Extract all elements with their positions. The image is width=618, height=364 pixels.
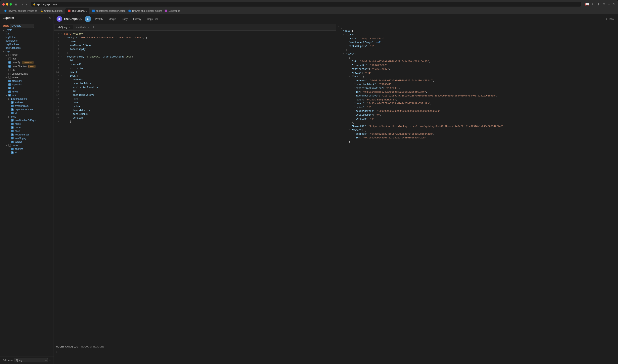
checkbox-block[interactable]	[8, 54, 11, 56]
checkbox-createdAt[interactable]: ✓	[8, 80, 11, 82]
copy-link-btn[interactable]: Copy Link	[145, 17, 160, 21]
checkbox-owner[interactable]: ✓	[11, 126, 14, 129]
downloads-btn[interactable]: ⬇	[596, 2, 601, 7]
sidebar-item-address2[interactable]: ✓ address	[0, 147, 54, 151]
editor-tab-myquery[interactable]: MyQuery ×	[55, 25, 73, 29]
refresh-btn[interactable]: ↻	[591, 2, 595, 7]
browser-tab-2[interactable]: 🔓 Unlock Subgraph	[38, 8, 65, 14]
checkbox-maxNumberOfKeys[interactable]: ✓	[11, 119, 14, 121]
sidebar-item-expiration[interactable]: ✓ expiration	[0, 83, 54, 86]
sidebar-item-keyPurchases[interactable]: keyPurchases	[0, 46, 54, 50]
code-editor[interactable]: 1 ▾ query MyQuery { 2 ▾ lock(id: "0x6d53…	[54, 31, 336, 344]
checkbox-expiration[interactable]: ✓	[8, 83, 11, 86]
sidebar-item-tokenAddress[interactable]: ✓ tokenAddress	[0, 133, 54, 136]
checkbox-keyId[interactable]: ✓	[8, 91, 11, 93]
sidebar-item-keyHolder[interactable]: keyHolder	[0, 35, 54, 39]
sidebar-item-orderBy[interactable]: ✓ orderBy: createdAt	[0, 61, 54, 65]
sidebar-item-keys2[interactable]: ▶ keys	[0, 115, 54, 118]
merge-btn[interactable]: Merge	[107, 17, 118, 21]
sidebar-item-keyHolders[interactable]: keyHolders	[0, 39, 54, 43]
sidebar-item-where[interactable]: ▶ where:	[0, 76, 54, 79]
sidebar-item-keys[interactable]: ▼ keys	[0, 50, 54, 53]
share-btn[interactable]: ⬆	[602, 2, 606, 7]
sidebar-item-name[interactable]: ✓ name	[0, 122, 54, 126]
browser-tab-5[interactable]: 🔵 Browse and explorer subgraphs	[126, 8, 162, 14]
checkbox-totalSupply[interactable]: ✓	[11, 137, 14, 139]
sidebar-item-skip[interactable]: skip:	[0, 68, 54, 72]
sidebar-item-expirationDuration[interactable]: ✓ expirationDuration	[0, 108, 54, 111]
add-tab-btn[interactable]: +	[92, 25, 95, 29]
copy-btn[interactable]: Copy	[120, 17, 129, 21]
sidebar-item-version[interactable]: ✓ version	[0, 140, 54, 143]
history-btn[interactable]: History	[132, 17, 143, 21]
forward-btn[interactable]: ›	[25, 2, 27, 7]
sidebar-item-keyPurchase[interactable]: keyPurchase	[0, 43, 54, 46]
checkbox-price[interactable]: ✓	[11, 130, 14, 132]
sidebar-toggle-btn[interactable]: ⊞	[14, 2, 18, 6]
tabs-btn[interactable]: ⧉	[612, 2, 616, 7]
request-headers-tab[interactable]: REQUEST HEADERS	[81, 346, 105, 349]
checkbox-id2[interactable]: ✓	[11, 112, 14, 114]
fullscreen-traffic-light[interactable]	[10, 3, 12, 6]
new-tab-btn[interactable]: +	[607, 2, 611, 7]
checkbox-creationBlock[interactable]: ✓	[11, 105, 14, 107]
back-btn[interactable]: ‹	[22, 2, 24, 7]
sidebar-item-owner[interactable]: ✓ owner	[0, 126, 54, 129]
checkbox-tokenAddress[interactable]: ✓	[11, 133, 14, 136]
checkbox-owner-group[interactable]	[8, 144, 11, 147]
browser-tab-3[interactable]: 🟥 The GraphiQL	[65, 8, 89, 14]
sidebar-item-id2[interactable]: ✓ id	[0, 111, 54, 115]
tab-close-untitled[interactable]: ×	[88, 26, 89, 28]
sidebar-item-createdAt[interactable]: ✓ createdAt	[0, 79, 54, 83]
sidebar-item-id[interactable]: ✓ id	[0, 86, 54, 90]
sidebar-item-key[interactable]: key	[0, 32, 54, 35]
sidebar-item-block[interactable]: ▶ block:	[0, 53, 54, 57]
checkbox-expirationDuration[interactable]: ✓	[11, 108, 14, 111]
checkbox-id[interactable]: ✓	[8, 87, 11, 89]
sidebar-item-price[interactable]: ✓ price	[0, 129, 54, 133]
sidebar-item-maxNumberOfKeys[interactable]: ✓ maxNumberOfKeys	[0, 118, 54, 122]
browser-tab-6[interactable]: 🟪 Subgraphs	[162, 8, 182, 14]
sidebar-item-first[interactable]: first:	[0, 57, 54, 61]
orderDirection-param-badge[interactable]: desc	[28, 65, 35, 68]
sidebar-item-totalSupply[interactable]: ✓ totalSupply	[0, 136, 54, 140]
checkbox-orderBy[interactable]: ✓	[8, 61, 11, 64]
sidebar-item-id3[interactable]: ✓ id	[0, 151, 54, 154]
checkbox-address2[interactable]: ✓	[11, 148, 14, 150]
minimize-traffic-light[interactable]	[6, 3, 8, 6]
browser-tab-1[interactable]: 🔷 How you can use Python to Que...	[1, 8, 37, 14]
prettify-btn[interactable]: Prettify	[93, 17, 105, 21]
run-query-btn[interactable]: ▶	[85, 16, 91, 22]
sidebar-close-btn[interactable]: ×	[49, 16, 51, 20]
sidebar-item-address[interactable]: ✓ address	[0, 101, 54, 104]
sidebar-item-orderDirection[interactable]: ✓ orderDirection: desc	[0, 65, 54, 68]
docs-btn[interactable]: < Docs	[604, 17, 615, 21]
sidebar-item-keyId[interactable]: ✓ keyId	[0, 90, 54, 93]
sidebar-item-subgraphError[interactable]: subgraphError:	[0, 72, 54, 76]
checkbox-first[interactable]	[8, 57, 11, 60]
tab-close-myquery[interactable]: ×	[69, 26, 70, 28]
editor-tab-untitled[interactable]: <untitled> ×	[73, 25, 91, 29]
browser-tab-4[interactable]: 🟦 subgrounds.subgraph.fieldpath...	[90, 8, 125, 14]
checkbox-skip[interactable]	[8, 69, 11, 71]
sidebar-item-creationBlock[interactable]: ✓ creationBlock	[0, 104, 54, 108]
checkbox-version[interactable]: ✓	[11, 141, 14, 143]
query-variables-tab[interactable]: QUERY VARIABLES	[56, 346, 78, 349]
sidebar-item-meta[interactable]: ▶ _meta	[0, 28, 54, 32]
checkbox-subgraphError[interactable]	[8, 73, 11, 75]
close-traffic-light[interactable]	[2, 3, 5, 6]
sidebar-item-owner-group[interactable]: ▼ owner	[0, 143, 54, 147]
address-bar[interactable]: 🔒 api.thegraph.com	[31, 2, 581, 7]
query-type-select[interactable]: Query Mutation Subscription	[14, 358, 48, 363]
query-name-input[interactable]	[10, 24, 34, 28]
sidebar-item-LockManagers[interactable]: ▶ LockManagers	[0, 97, 54, 101]
checkbox-where[interactable]	[8, 76, 11, 78]
checkbox-id3[interactable]: ✓	[11, 151, 14, 154]
checkbox-orderDirection[interactable]: ✓	[8, 65, 11, 68]
reader-mode-btn[interactable]: 📖	[584, 2, 590, 7]
checkbox-lock[interactable]: ✓	[8, 94, 11, 96]
add-query-btn[interactable]: +	[49, 358, 51, 362]
sidebar-item-lock[interactable]: ▼ ✓ lock	[0, 93, 54, 97]
checkbox-address[interactable]: ✓	[11, 101, 14, 104]
checkbox-name[interactable]: ✓	[11, 123, 14, 125]
